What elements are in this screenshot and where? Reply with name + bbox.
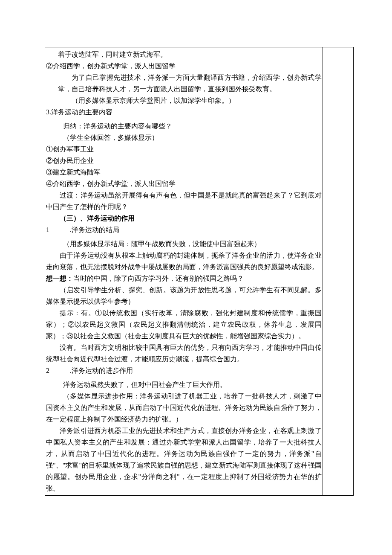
section-heading: （三）、洋务运动的作用: [46, 212, 322, 224]
body-text: 没有。当时西方文明相比较中国具有巨大的优势，只有向西方学习，才能推动中国由传统型…: [46, 342, 322, 365]
item-number: 2: [46, 367, 49, 374]
list-item: ②创办民用企业: [46, 155, 322, 166]
body-text: 洋务派引进西方机器工业的先进技术和生产方式，直接创办洋务企业，在客观上刺激了中国…: [46, 425, 322, 494]
list-item: ③建立新式海陆军: [46, 166, 322, 178]
numbered-item: 1.洋务运动的结局: [46, 224, 322, 235]
body-text: 为了自己掌握先进技术，洋务派一方面大量翻译西方书籍，介绍西学，创办新式学堂，自己…: [46, 72, 322, 95]
list-item: ④介绍西学，创办新式学堂，派人出国留学: [46, 178, 322, 189]
body-text: 归纳：洋务运动的主要内容有哪些？: [46, 120, 322, 132]
numbered-item: 2.洋务运动的进步作用: [46, 365, 322, 376]
think-prompt: 想一想：当时的中国，除了向西方学习外，还有别的强国之路吗？: [46, 273, 322, 284]
body-text: 着手改造陆军，同时建立新式海军。: [46, 49, 322, 60]
body-text: 洋务运动虽然失败了，但对中国社会产生了巨大作用。: [46, 379, 322, 390]
body-text: （多媒体显示进步作用：洋务运动引进了机器工业，培养了一批科技人才，刺激了中国资本…: [46, 390, 322, 425]
side-cell: [323, 47, 353, 496]
think-text: 当时的中国，除了向西方学习外，还有别的强国之路吗？: [73, 275, 244, 282]
document-table: 着手改造陆军，同时建立新式海军。 ②介绍西学，创办新式学堂，派人出国留学 为了自…: [45, 47, 354, 496]
body-text: （启发引导学生分析、探究、创新。该题为开放性思考题，可允许学生有不同见解。多媒体…: [46, 284, 322, 307]
body-text: 过渡：洋务运动虽然开展得有有声有色，但中国是不是就此真的富强起来了？它到底对中国…: [46, 189, 322, 212]
item-number: 1: [46, 226, 49, 233]
item-label: .洋务运动的进步作用: [49, 365, 133, 376]
item-label: .洋务运动的结局: [49, 224, 119, 235]
section-subheading: 3.洋务运动的主要内容: [46, 106, 322, 118]
body-text: （用多媒体显示结局：随甲午战败而失败，没能使中国富强起来）: [46, 238, 322, 250]
body-text: 由于洋务运动没有从根本上触动腐朽的封建体制，扼杀了洋务企业的活力，使洋务企业走向…: [46, 250, 322, 273]
main-content-cell: 着手改造陆军，同时建立新式海军。 ②介绍西学，创办新式学堂，派人出国留学 为了自…: [45, 47, 323, 496]
think-label: 想一想：: [46, 275, 73, 282]
body-text: （用多媒体显示京师大学堂图片，以加深学生印象。）: [46, 95, 322, 106]
body-text: 提示：有。①以传统救国（实行改革，清除腐败，强化封建制度和传统儒学，重振国家）；…: [46, 307, 322, 342]
table-row: 着手改造陆军，同时建立新式海军。 ②介绍西学，创办新式学堂，派人出国留学 为了自…: [45, 47, 354, 496]
body-text: ②介绍西学，创办新式学堂，派人出国留学: [46, 60, 322, 72]
list-item: ①创办军事工业: [46, 143, 322, 155]
body-text: （学生全体回答，多媒体显示）: [46, 132, 322, 143]
